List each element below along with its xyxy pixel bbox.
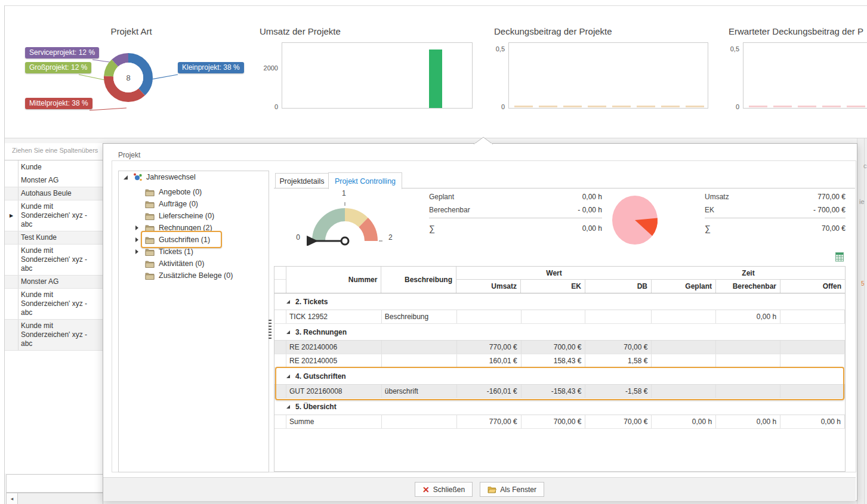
stat-value: 0,00 h	[582, 193, 602, 201]
horizontal-scrollbar[interactable]: ◂	[6, 493, 103, 504]
excel-export-icon[interactable]	[835, 252, 845, 262]
popup-notch	[474, 137, 493, 144]
cell-offen	[780, 354, 845, 367]
cell-berechenbar: 0,00 h	[716, 310, 780, 323]
deckungsbeitrag-tick-top: 0,5	[489, 45, 505, 52]
stat-value: - 700,00 €	[813, 206, 846, 214]
deckungsbeitrag-bar	[661, 106, 680, 107]
table-group-row[interactable]: 2. Tickets	[274, 293, 845, 310]
group-by-hint: Ziehen Sie eine Spaltenübers	[12, 147, 101, 154]
gauge-tick-1: 1	[342, 189, 346, 197]
deckungsbeitrag-bar	[686, 106, 704, 107]
tree-node-gutschriften-1-[interactable]: Gutschriften (1)	[145, 234, 210, 246]
tree-node-tickets-1-[interactable]: Tickets (1)	[145, 246, 193, 258]
cell-beschreibung	[382, 354, 457, 367]
cell-geplant	[652, 354, 716, 367]
background-fragment: c	[863, 162, 867, 169]
tree-node-zusätzliche-belege-0-[interactable]: Zusätzliche Belege (0)	[145, 270, 233, 282]
tree-node-angebote-0-[interactable]: Angebote (0)	[145, 186, 202, 198]
customer-row[interactable]: Kunde mit Sonderzeichen' xyz - abc	[5, 245, 103, 276]
customer-row[interactable]: Kunde mit Sonderzeichen' xyz - abc	[5, 320, 103, 351]
column-header-nummer[interactable]: Nummer	[286, 267, 381, 293]
tree-expander-closed-icon[interactable]	[135, 249, 138, 254]
customer-row[interactable]: Kunde mit Sonderzeichen' xyz - abc	[5, 289, 103, 320]
tree-expander-closed-icon[interactable]	[135, 225, 138, 230]
column-header-db[interactable]: DB	[585, 280, 652, 293]
cell-db	[585, 310, 652, 323]
chart-deckungsbeitrag: Deckungsbeitrag der Projekte 0,5 0	[489, 0, 716, 138]
controlling-table: Nummer Beschreibung Wert Umsatz EK DB Ze…	[274, 266, 846, 472]
tree-node-aufträge-0-[interactable]: Aufträge (0)	[145, 198, 198, 210]
donut-label-kleinprojekt: Kleinprojekt: 38 %	[178, 62, 244, 73]
tree-node-aktivitäten-0-[interactable]: Aktivitäten (0)	[145, 258, 204, 270]
deckungsbeitrag-bar	[539, 106, 557, 107]
cell-ek: 700,00 €	[522, 341, 586, 354]
tree-node-rechnungen-2-[interactable]: Rechnungen (2)	[145, 222, 212, 234]
customer-row[interactable]: Autohaus Beule	[5, 187, 103, 200]
column-header-ek[interactable]: EK	[521, 280, 585, 293]
cell-berechenbar	[716, 354, 780, 367]
deckungsbeitrag-bar	[588, 106, 606, 107]
tree-expander-open-icon[interactable]	[124, 175, 128, 180]
band-header-zeit[interactable]: Zeit	[652, 267, 845, 280]
table-group-row[interactable]: 5. Übersicht	[274, 398, 845, 415]
row-indicator-cell	[274, 310, 286, 323]
customer-name: Autohaus Beule	[18, 187, 101, 200]
table-row[interactable]: RE 202140006770,00 €700,00 €70,00 €	[274, 341, 845, 354]
tree-node-root[interactable]: Jahreswechsel	[124, 171, 196, 183]
chart-title-deckungsbeitrag: Deckungsbeitrag der Projekte	[494, 26, 612, 36]
column-header-umsatz[interactable]: Umsatz	[456, 280, 521, 293]
cost-pie-chart	[611, 195, 659, 246]
donut-label-serviceprojekt: Serviceprojekt: 12 %	[25, 47, 99, 58]
customer-row[interactable]: Test Kunde	[5, 231, 103, 245]
row-indicator-cell	[5, 231, 18, 244]
column-header-berechenbar[interactable]: Berechenbar	[716, 280, 780, 293]
table-row[interactable]: TICK 12952Beschreibung0,00 h	[274, 310, 845, 324]
band-header-wert[interactable]: Wert	[456, 267, 652, 280]
column-header-beschreibung[interactable]: Beschreibung	[381, 267, 456, 293]
tab-projekt-controlling[interactable]: Projekt Controlling	[328, 172, 402, 189]
donut-center-value: 8	[116, 73, 140, 82]
cell-nummer: TICK 12952	[286, 310, 382, 323]
row-indicator-cell	[5, 245, 18, 275]
group-expander-icon[interactable]	[286, 375, 290, 378]
deckungsbeitrag-bar	[637, 106, 655, 107]
customer-name: Monster AG	[18, 276, 101, 288]
folder-icon	[145, 224, 155, 232]
scroll-left-button[interactable]: ◂	[7, 493, 18, 504]
column-header-geplant[interactable]: Geplant	[652, 280, 716, 293]
workload-gauge	[303, 199, 387, 246]
close-button-label: Schließen	[433, 486, 465, 494]
tree-expander-closed-icon[interactable]	[135, 237, 138, 242]
table-row[interactable]: Summe770,00 €700,00 €70,00 €0,00 h0,00 h…	[274, 415, 845, 429]
customer-row[interactable]: Monster AG	[5, 276, 103, 289]
column-header-kunde[interactable]: Kunde	[18, 160, 42, 174]
umsatz-tick-0: 0	[252, 103, 278, 110]
row-indicator-cell	[5, 187, 18, 200]
customer-row[interactable]: ▶Kunde mit Sonderzeichen' xyz - abc	[5, 200, 103, 231]
cell-nummer: Summe	[286, 415, 382, 428]
group-expander-icon[interactable]	[286, 330, 290, 334]
group-label: 3. Rechnungen	[295, 328, 347, 336]
cell-ek: 158,43 €	[522, 354, 586, 367]
customer-row[interactable]: Monster AG	[5, 174, 103, 187]
tree-item-label: Aktivitäten (0)	[159, 259, 204, 268]
close-button[interactable]: ✕ Schließen	[415, 482, 473, 497]
as-window-button[interactable]: Als Fenster	[480, 482, 544, 497]
deckungsbeitrag-tick-0: 0	[489, 103, 505, 110]
table-row[interactable]: RE 202140005160,01 €158,43 €1,58 €	[274, 354, 845, 368]
table-group-row[interactable]: 4. Gutschriften	[274, 368, 845, 385]
tree-item-label: Zusätzliche Belege (0)	[159, 271, 233, 280]
tree-node-lieferscheine-0-[interactable]: Lieferscheine (0)	[145, 210, 214, 222]
group-expander-icon[interactable]	[286, 300, 290, 304]
group-expander-icon[interactable]	[286, 405, 290, 409]
panel-splitter-handle[interactable]	[268, 318, 271, 341]
tab-projektdetails[interactable]: Projektdetails	[275, 173, 329, 188]
tree-root-label[interactable]: Jahreswechsel	[146, 173, 196, 181]
stat-label: Umsatz	[705, 193, 729, 201]
row-indicator-cell	[5, 320, 18, 350]
customer-grid-header[interactable]: Kunde	[5, 160, 103, 175]
table-row[interactable]: GUT 202160008überschrift-160,01 €-158,43…	[274, 385, 845, 398]
column-header-offen[interactable]: Offen	[780, 280, 845, 293]
table-group-row[interactable]: 3. Rechnungen	[274, 324, 845, 341]
